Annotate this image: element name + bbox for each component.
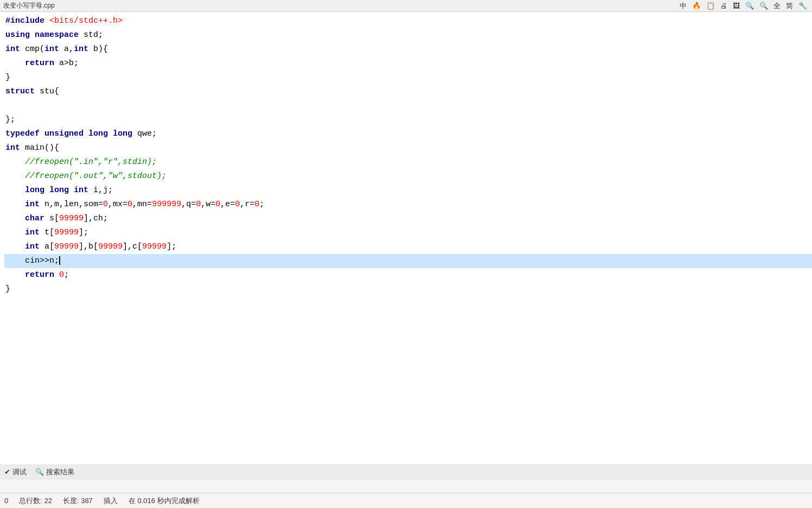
code-line-15: char s[99999],ch; xyxy=(4,212,812,226)
code-line-4: return a>b; xyxy=(4,56,812,71)
line-content-2: using namespace std; xyxy=(5,28,812,42)
line-content-15: char s[99999],ch; xyxy=(5,212,812,226)
debug-label: 调试 xyxy=(12,467,27,477)
toolbar-quan[interactable]: 全 xyxy=(772,1,782,11)
code-line-19: return 0; xyxy=(4,268,812,282)
code-line-11: //freopen(".in","r",stdin); xyxy=(4,155,812,169)
line-content-14: int n,m,len,som=0,mx=0,mn=999999,q=0,w=0… xyxy=(5,198,812,212)
search-results-icon: 🔍 xyxy=(35,468,44,476)
code-line-3: int cmp(int a,int b){ xyxy=(4,42,812,56)
line-content-9: typedef unsigned long long qwe; xyxy=(5,127,812,141)
code-line-20: } xyxy=(4,282,812,296)
toolbar-search2[interactable]: 🔍 xyxy=(758,2,770,10)
bottom-tabs: ✔ 调试 🔍 搜索结果 xyxy=(0,465,812,479)
line-content-12: //freopen(".out","w",stdout); xyxy=(5,169,812,183)
code-line-10: int main(){ xyxy=(4,141,812,155)
line-content-7 xyxy=(5,99,812,113)
code-line-7 xyxy=(4,99,812,113)
toolbar-wrench[interactable]: 🔧 xyxy=(797,2,809,10)
status-item-total-lines: 总行数: 22 xyxy=(19,496,52,506)
code-line-6: struct stu{ xyxy=(4,85,812,99)
line-content-18: cin>>n; xyxy=(5,254,812,268)
code-line-9: typedef unsigned long long qwe; xyxy=(4,127,812,141)
tab-search-results[interactable]: 🔍 搜索结果 xyxy=(35,467,74,477)
line-content-11: //freopen(".in","r",stdin); xyxy=(5,155,812,169)
code-editor[interactable]: #include <bits/stdc++.h> using namespace… xyxy=(0,12,812,465)
line-content-5: } xyxy=(5,71,812,85)
code-line-17: int a[99999],b[99999],c[99999]; xyxy=(4,240,812,254)
line-content-13: long long int i,j; xyxy=(5,183,812,198)
title-bar: 改变小写字母.cpp 中 🔥 📋 🖨 🖼 🔍 🔍 全 简 🔧 xyxy=(0,0,812,12)
line-content-1: #include <bits/stdc++.h> xyxy=(5,14,812,28)
debug-check-icon: ✔ xyxy=(4,468,10,476)
toolbar-search1[interactable]: 🔍 xyxy=(744,2,756,10)
line-content-20: } xyxy=(5,282,812,296)
code-line-14: int n,m,len,som=0,mx=0,mn=999999,q=0,w=0… xyxy=(4,198,812,212)
code-line-1: #include <bits/stdc++.h> xyxy=(4,14,812,28)
code-line-2: using namespace std; xyxy=(4,28,812,42)
toolbar-right: 中 🔥 📋 🖨 🖼 🔍 🔍 全 简 🔧 xyxy=(678,1,809,11)
title-text: 改变小写字母.cpp xyxy=(3,1,55,10)
status-item-insert: 插入 xyxy=(104,496,118,506)
line-content-16: int t[99999]; xyxy=(5,226,812,240)
status-item-parse-time: 在 0.016 秒内完成解析 xyxy=(129,496,200,506)
code-line-13: long long int i,j; xyxy=(4,183,812,198)
code-line-8: }; xyxy=(4,113,812,127)
toolbar-fire[interactable]: 🔥 xyxy=(690,2,702,10)
toolbar-jian[interactable]: 简 xyxy=(784,1,795,11)
tab-debug[interactable]: ✔ 调试 xyxy=(4,467,27,477)
status-bar: 0 总行数: 22 长度: 387 插入 在 0.016 秒内完成解析 xyxy=(0,493,812,508)
search-results-label: 搜索结果 xyxy=(46,467,74,477)
line-content-8: }; xyxy=(5,113,812,127)
line-content-3: int cmp(int a,int b){ xyxy=(5,42,812,56)
toolbar-print[interactable]: 🖨 xyxy=(719,2,729,10)
toolbar-clipboard[interactable]: 📋 xyxy=(705,2,717,10)
code-line-12: //freopen(".out","w",stdout); xyxy=(4,169,812,183)
code-line-18: cin>>n; xyxy=(4,254,812,268)
toolbar-zh[interactable]: 中 xyxy=(678,1,688,11)
code-line-16: int t[99999]; xyxy=(4,226,812,240)
status-item-0: 0 xyxy=(4,497,8,505)
code-line-5: } xyxy=(4,71,812,85)
line-content-4: return a>b; xyxy=(5,56,812,71)
toolbar-img[interactable]: 🖼 xyxy=(731,2,741,10)
bottom-panel: ✔ 调试 🔍 搜索结果 xyxy=(0,465,812,493)
line-content-17: int a[99999],b[99999],c[99999]; xyxy=(5,240,812,254)
line-content-19: return 0; xyxy=(5,268,812,282)
status-item-length: 长度: 387 xyxy=(63,496,93,506)
line-content-6: struct stu{ xyxy=(5,85,812,99)
line-content-10: int main(){ xyxy=(5,141,812,155)
